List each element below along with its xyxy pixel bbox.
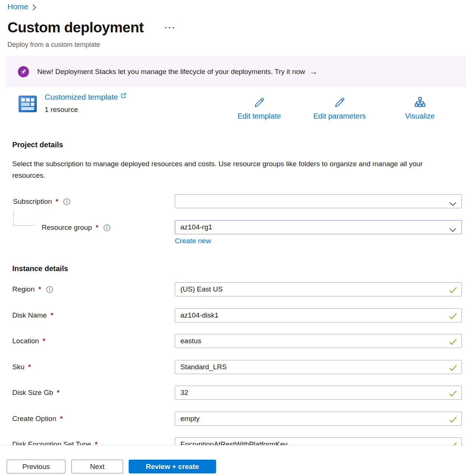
required-asterisk: * [42, 337, 45, 345]
edit-template-button[interactable]: Edit template [222, 96, 296, 120]
location-input[interactable]: eastus [175, 334, 462, 348]
footer-bar: Previous Next Review + create [0, 445, 466, 476]
edit-parameters-button[interactable]: Edit parameters [302, 96, 377, 120]
chevron-right-icon [32, 4, 36, 11]
resource-group-label: Resource group* [42, 223, 110, 232]
subscription-select[interactable] [175, 194, 462, 208]
pencil-icon [333, 96, 346, 109]
valid-check-icon [449, 313, 457, 321]
subscription-label: Subscription* [13, 197, 70, 206]
custom-deployment-page: Home Custom deployment ··· Deploy from a… [0, 0, 466, 476]
valid-check-icon [449, 442, 457, 445]
required-asterisk: * [95, 223, 98, 232]
visualize-icon [414, 96, 426, 109]
next-button[interactable]: Next [71, 460, 123, 473]
info-icon[interactable] [63, 198, 70, 205]
template-icon [19, 96, 37, 112]
pencil-icon [253, 96, 266, 109]
project-details-description: Select the subscription to manage deploy… [12, 158, 440, 181]
resource-group-value: az104-rg1 [180, 223, 212, 231]
required-asterisk: * [59, 415, 62, 423]
region-input[interactable]: (US) East US [175, 282, 462, 296]
required-asterisk: * [94, 440, 97, 445]
create-option-label: Create Option* [12, 415, 63, 423]
more-menu-icon[interactable]: ··· [165, 23, 176, 32]
create-option-input[interactable]: empty [175, 412, 462, 426]
page-subtitle: Deploy from a custom template [7, 41, 100, 49]
sku-label: Sku* [12, 363, 31, 371]
valid-check-icon [449, 390, 457, 398]
resource-group-select[interactable]: az104-rg1 [175, 220, 462, 234]
valid-check-icon [449, 338, 457, 347]
field-connector-line [13, 210, 35, 226]
page-title: Custom deployment [7, 19, 144, 36]
scroll-content: Home Custom deployment ··· Deploy from a… [0, 0, 466, 445]
arrow-right-icon[interactable]: → [309, 67, 318, 77]
required-asterisk: * [38, 285, 41, 293]
region-label: Region* [12, 285, 53, 293]
required-asterisk: * [28, 363, 31, 371]
deployment-stacks-banner: New! Deployment Stacks let you manage th… [6, 56, 466, 87]
template-name-label: Customized template [45, 93, 118, 102]
instance-details-heading: Instance details [12, 264, 68, 273]
info-icon[interactable] [46, 286, 53, 293]
breadcrumb-home-link[interactable]: Home [7, 2, 28, 11]
disk-encryption-set-type-label: Disk Encryption Set Type* [12, 440, 97, 445]
chevron-down-icon [449, 200, 456, 208]
required-asterisk: * [55, 197, 58, 206]
create-new-link[interactable]: Create new [175, 237, 211, 245]
external-link-icon [120, 91, 126, 100]
edit-parameters-label: Edit parameters [302, 112, 377, 120]
sku-input[interactable]: Standard_LRS [175, 360, 462, 374]
disk-size-input[interactable]: 32 [175, 386, 462, 400]
banner-message[interactable]: New! Deployment Stacks let you manage th… [37, 68, 305, 76]
rocket-icon [18, 66, 29, 77]
visualize-button[interactable]: Visualize [383, 96, 457, 120]
valid-check-icon [449, 287, 457, 295]
disk-name-input[interactable]: az104-disk1 [175, 308, 462, 322]
visualize-label: Visualize [383, 112, 457, 120]
resource-count: 1 resource [45, 106, 78, 114]
customized-template-link[interactable]: Customized template [45, 93, 126, 102]
breadcrumb: Home [7, 2, 36, 11]
edit-template-label: Edit template [222, 112, 296, 120]
disk-size-label: Disk Size Gb* [12, 389, 60, 397]
project-details-heading: Project details [12, 141, 63, 149]
disk-name-label: Disk Name* [12, 311, 53, 319]
review-create-button[interactable]: Review + create [129, 460, 216, 473]
previous-button[interactable]: Previous [7, 460, 65, 473]
valid-check-icon [449, 416, 457, 424]
required-asterisk: * [56, 389, 60, 397]
required-asterisk: * [50, 311, 53, 319]
info-icon[interactable] [103, 224, 110, 231]
disk-encryption-set-type-input[interactable]: EncryptionAtRestWithPlatformKey [175, 437, 462, 445]
valid-check-icon [449, 364, 457, 373]
chevron-down-icon [449, 226, 456, 234]
location-label: Location* [12, 337, 45, 345]
